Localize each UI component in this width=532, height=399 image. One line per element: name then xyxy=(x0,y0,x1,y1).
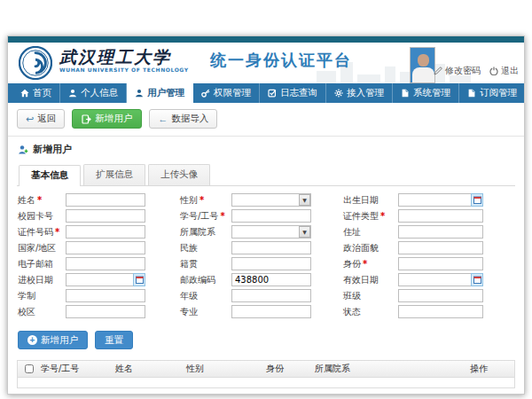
avatar-head xyxy=(418,54,429,66)
avatar[interactable] xyxy=(410,47,435,83)
calendar-icon[interactable] xyxy=(133,273,145,286)
nav-item-subscription-management[interactable]: 订阅管理 xyxy=(459,83,526,103)
country-input[interactable] xyxy=(66,241,145,254)
pencil-icon xyxy=(434,66,442,75)
field-country: 国家/地区 xyxy=(18,241,180,254)
user-icon xyxy=(135,89,144,98)
tab-upload-avatar[interactable]: 上传头像 xyxy=(148,164,210,185)
field-identity: 身份* xyxy=(343,257,515,270)
field-status: 状态 xyxy=(343,305,515,318)
political-status-input[interactable] xyxy=(398,241,483,254)
new-user-icon xyxy=(82,114,91,124)
student-id-input[interactable] xyxy=(231,209,311,223)
field-id-type: 证件类型* xyxy=(343,209,515,223)
campus-input[interactable] xyxy=(66,305,145,318)
identity-input[interactable] xyxy=(398,257,483,270)
chevron-down-icon[interactable]: ▼ xyxy=(299,194,310,206)
user-table: 学号/工号 姓名 性别 身份 所属院系 操作 xyxy=(17,360,515,388)
col-student-id: 学号/工号 xyxy=(37,363,112,375)
native-place-input[interactable] xyxy=(231,257,311,270)
field-entry-date: 进校日期 xyxy=(18,273,180,286)
calendar-icon[interactable] xyxy=(471,273,483,286)
main-nav: 首页 个人信息 用户管理 权限管理 日志查询 接入管理 系统管理 订阅管理 xyxy=(8,83,524,103)
nav-item-system-management[interactable]: 系统管理 xyxy=(393,83,459,103)
header-links: 修改密码 退出 xyxy=(434,65,519,77)
field-department: 所属院系 ▼ xyxy=(180,225,343,239)
status-input[interactable] xyxy=(398,305,483,318)
change-password-link[interactable]: 修改密码 xyxy=(434,65,481,77)
select-all-checkbox[interactable] xyxy=(25,364,34,373)
nav-item-permission-management[interactable]: 权限管理 xyxy=(193,83,260,103)
postal-code-input[interactable] xyxy=(231,273,311,286)
university-logo-icon xyxy=(19,46,52,80)
major-input[interactable] xyxy=(231,305,311,318)
tab-extended-info[interactable]: 扩展信息 xyxy=(83,164,145,185)
campus-card-input[interactable] xyxy=(66,209,145,223)
valid-date-input[interactable] xyxy=(398,273,471,286)
field-postal-code: 邮政编码 xyxy=(180,273,343,286)
birth-date-input[interactable] xyxy=(398,193,471,207)
app-window: 武汉理工大学 WUHAN UNIVERSITY OF TECHNOLOGY 统一… xyxy=(7,35,525,395)
field-native-place: 籍贯 xyxy=(180,257,343,270)
person-icon xyxy=(68,89,77,98)
import-arrow-icon: ← xyxy=(158,114,168,124)
avatar-shirt xyxy=(412,67,434,83)
education-length-input[interactable] xyxy=(66,289,145,302)
table-header-row: 学号/工号 姓名 性别 身份 所属院系 操作 xyxy=(18,361,514,378)
table-empty-body xyxy=(18,378,514,387)
key-icon xyxy=(201,89,210,98)
page-title: 统一身份认证平台 xyxy=(210,50,352,71)
logout-link[interactable]: 退出 xyxy=(489,65,519,77)
form-tabs: 基本信息 扩展信息 上传头像 xyxy=(17,164,515,186)
email-input[interactable] xyxy=(66,257,145,270)
top-strip xyxy=(8,36,524,43)
university-name: 武汉理工大学 xyxy=(59,48,189,66)
nav-item-user-management[interactable]: 用户管理 xyxy=(127,83,193,103)
back-button[interactable]: ↩ 返回 xyxy=(17,109,65,129)
nav-item-access-management[interactable]: 接入管理 xyxy=(326,83,393,103)
id-type-input[interactable] xyxy=(398,209,483,223)
field-grade: 年级 xyxy=(180,289,343,302)
plus-icon: + xyxy=(27,335,37,345)
submit-add-user-button[interactable]: + 新增用户 xyxy=(18,331,88,349)
book-icon xyxy=(401,89,410,98)
field-valid-date: 有效日期 xyxy=(343,273,515,286)
field-major: 专业 xyxy=(180,305,343,318)
add-user-icon xyxy=(18,145,28,155)
field-gender: 性别* ▼ xyxy=(180,193,343,207)
col-identity: 身份 xyxy=(262,363,311,375)
home-icon xyxy=(20,89,29,98)
ethnicity-input[interactable] xyxy=(231,241,311,254)
nav-item-personal-info[interactable]: 个人信息 xyxy=(60,83,127,103)
calendar-icon[interactable] xyxy=(471,193,483,207)
address-input[interactable] xyxy=(398,225,483,239)
field-id-number: 证件号码* xyxy=(18,225,180,239)
form-actions: + 新增用户 重置 xyxy=(8,324,524,355)
university-brand: 武汉理工大学 WUHAN UNIVERSITY OF TECHNOLOGY xyxy=(59,48,189,73)
university-name-en: WUHAN UNIVERSITY OF TECHNOLOGY xyxy=(59,66,189,73)
class-input[interactable] xyxy=(398,289,483,302)
name-input[interactable] xyxy=(66,193,145,207)
field-political-status: 政治面貌 xyxy=(343,241,515,254)
field-campus-card: 校园卡号 xyxy=(18,209,180,223)
toolbar: ↩ 返回 新增用户 ← 数据导入 xyxy=(8,103,524,134)
add-user-toolbar-button[interactable]: 新增用户 xyxy=(72,109,142,129)
power-icon xyxy=(489,66,498,75)
chevron-down-icon[interactable]: ▼ xyxy=(299,226,310,238)
nav-item-home[interactable]: 首页 xyxy=(12,83,60,103)
field-name: 姓名* xyxy=(18,193,180,207)
field-education-length: 学制 xyxy=(18,289,180,302)
reset-button[interactable]: 重置 xyxy=(95,331,133,349)
tab-basic-info[interactable]: 基本信息 xyxy=(19,165,81,186)
field-ethnicity: 民族 xyxy=(180,241,343,254)
data-import-button[interactable]: ← 数据导入 xyxy=(149,109,217,129)
grade-input[interactable] xyxy=(231,289,311,302)
col-operation: 操作 xyxy=(466,363,514,375)
field-class: 班级 xyxy=(343,289,515,302)
header: 武汉理工大学 WUHAN UNIVERSITY OF TECHNOLOGY 统一… xyxy=(8,43,524,83)
log-icon xyxy=(268,89,277,98)
nav-item-log-query[interactable]: 日志查询 xyxy=(260,83,326,103)
back-arrow-icon: ↩ xyxy=(26,114,34,124)
id-number-input[interactable] xyxy=(66,225,145,239)
entry-date-input[interactable] xyxy=(66,273,133,286)
